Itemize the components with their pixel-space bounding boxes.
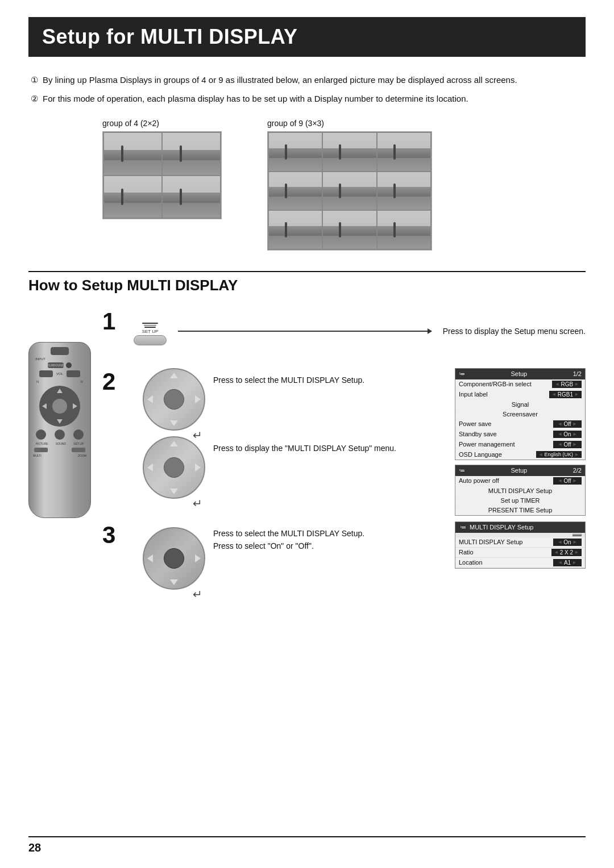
- step1-instruction: Press to display the Setup menu screen.: [443, 327, 586, 336]
- remote-btn-b[interactable]: [55, 429, 65, 440]
- menu-row-inputlabel: Input label ◄ RGB1 ►: [455, 390, 585, 400]
- menu-label-powermgmt: Power management: [459, 441, 515, 448]
- remote-vol-minus[interactable]: [39, 370, 53, 377]
- menu-row-signal: Signal: [455, 400, 585, 410]
- dpad2b-left-icon[interactable]: [147, 464, 153, 471]
- multi-menu-row-location: Location ◄ A1 ►: [455, 558, 585, 568]
- step3-center-btn[interactable]: [164, 548, 184, 569]
- remote-label-picture: PICTURE: [36, 442, 48, 445]
- menu-screen-2: ≔ Setup 2/2 Auto power off ◄ Off ►: [455, 465, 586, 516]
- remote-label-setup: SET UP: [73, 442, 84, 445]
- dpad-down-icon[interactable]: [57, 419, 63, 424]
- remote-multi-label: MULTI: [33, 454, 42, 457]
- grid-cell: [163, 133, 220, 175]
- remote-4k-btn[interactable]: [66, 362, 72, 368]
- remote-input-row: INPUT: [32, 357, 88, 361]
- setup-lines-icon: [142, 323, 158, 328]
- menu-row-presenttime: PRESENT TIME Setup: [455, 506, 585, 515]
- menu-val-rgb: RGB: [561, 381, 573, 387]
- menu-val-powersave: Off: [563, 421, 571, 427]
- diagram-2x2: [102, 131, 222, 219]
- dpad3-right-icon[interactable]: [195, 554, 201, 562]
- multi-menu-value-setup: ◄ On ►: [553, 539, 582, 546]
- menu-arrow-right-ps: ►: [572, 421, 578, 427]
- remote-zoom-label: ZOOM: [78, 454, 86, 457]
- dpad2-down-icon[interactable]: [170, 420, 178, 426]
- dpad2-right-icon[interactable]: [195, 395, 201, 403]
- remote-vol-label: VOL: [56, 372, 63, 375]
- dpad2-up-icon[interactable]: [170, 373, 178, 378]
- dpad2b-center-btn[interactable]: [164, 457, 184, 478]
- grid-cell: [323, 133, 376, 171]
- menu-label-standbysave: Standby save: [459, 431, 497, 437]
- menu-label-component: Component/RGB-in select: [459, 381, 532, 387]
- dpad-center-btn[interactable]: [52, 399, 67, 414]
- diagram-label-2x2: group of 4 (2×2): [102, 119, 159, 128]
- grid-cell: [269, 211, 322, 249]
- remote-multi-btn[interactable]: [34, 448, 48, 452]
- menu-label-inputlabel: Input label: [459, 391, 488, 398]
- menu-value-standbysave: ◄ On ►: [553, 431, 582, 438]
- remote-vol-plus[interactable]: [67, 370, 80, 377]
- dpad-up-icon[interactable]: [57, 389, 63, 393]
- remote-btn-a[interactable]: [36, 429, 46, 440]
- intro-num-1: ①: [31, 74, 38, 87]
- menu-screen-1: ≔ Setup 1/2 Component/RGB-in select ◄ RG…: [455, 368, 586, 460]
- multi-menu-row-ratio: Ratio ◄ 2 X 2 ►: [455, 548, 585, 558]
- remote-control-area: INPUT SURROUND VOL N: [28, 308, 91, 518]
- multi-arrow-right-setup: ►: [572, 539, 578, 545]
- section-divider: [28, 271, 586, 272]
- menu-value-powersave: ◄ Off ►: [553, 420, 582, 428]
- step2-dpad[interactable]: ↵: [143, 368, 205, 431]
- step2-dpad-2[interactable]: ↵: [143, 436, 205, 499]
- howto-section: INPUT SURROUND VOL N: [28, 308, 586, 590]
- step3-return-icon: ↵: [193, 587, 202, 601]
- setup-oval-button[interactable]: [134, 335, 167, 345]
- menu-page-2: 2/2: [573, 467, 582, 474]
- diagram-3x3: [267, 131, 432, 251]
- step-2-area: 2 ↵: [102, 368, 586, 516]
- dpad3-down-icon[interactable]: [170, 579, 178, 585]
- intro-para-1: ① By lining up Plasma Displays in groups…: [31, 74, 583, 87]
- multi-arrow-left-setup: ◄: [557, 539, 562, 545]
- multi-menu-header: ≔ MULTI DISPLAY Setup: [455, 522, 585, 533]
- page-title: Setup for MULTI DISPLAY: [28, 17, 586, 57]
- menu-val-osdlang: English (UK): [545, 452, 574, 457]
- step2-instruction-1: Press to select the MULTI DISPLAY Setup.: [213, 368, 364, 386]
- multi-menu-title: MULTI DISPLAY Setup: [470, 524, 534, 531]
- step3-dpad[interactable]: ↵: [143, 527, 205, 590]
- dpad2-left-icon[interactable]: [147, 395, 153, 403]
- dpad2b-right-icon[interactable]: [195, 464, 201, 471]
- dpad2-center-btn[interactable]: [164, 389, 184, 410]
- diagram-group-3x3: group of 9 (3×3): [267, 119, 432, 251]
- multi-menu-deco: [455, 533, 585, 537]
- menu-page-1: 1/2: [573, 370, 582, 377]
- section-title: How to Setup MULTI DISPLAY: [28, 277, 586, 294]
- menu-val-autopoweroff: Off: [563, 478, 571, 484]
- remote-surround-label: SURROUND: [48, 364, 64, 367]
- dpad-right-icon[interactable]: [73, 403, 77, 409]
- remote-label-sound: SOUND: [56, 442, 66, 445]
- remote-power-btn[interactable]: [51, 347, 69, 355]
- menu-arrow-right-pm: ►: [572, 441, 578, 447]
- step2-instruction-2: Press to display the "MULTI DISPLAY Setu…: [213, 436, 396, 454]
- dpad-left-icon[interactable]: [42, 403, 47, 409]
- menu-title-2: Setup: [511, 467, 527, 474]
- dpad2b-up-icon[interactable]: [170, 441, 178, 446]
- remote-zoom-btn[interactable]: [72, 448, 85, 452]
- grid-cell: [269, 172, 322, 210]
- intro-section: ① By lining up Plasma Displays in groups…: [28, 74, 586, 105]
- menu-row-osdlang: OSD Language ◄ English (UK) ►: [455, 450, 585, 460]
- grid-cell: [163, 176, 220, 218]
- menu-arrow-left: ◄: [554, 381, 559, 387]
- dpad3-left-icon[interactable]: [147, 554, 153, 562]
- remote-dpad[interactable]: [39, 386, 80, 427]
- dpad2b-down-icon[interactable]: [170, 489, 178, 494]
- multi-arrow-right-ratio: ►: [574, 549, 579, 555]
- multi-menu-value-ratio: ◄ 2 X 2 ►: [551, 549, 582, 556]
- multi-arrow-left-location: ◄: [558, 560, 563, 565]
- menu-title-1: Setup: [511, 370, 527, 377]
- multi-menu-label-setup: MULTI DISPLAY Setup: [459, 539, 523, 545]
- remote-btn-c[interactable]: [73, 429, 84, 440]
- menu-row-standbysave: Standby save ◄ On ►: [455, 429, 585, 440]
